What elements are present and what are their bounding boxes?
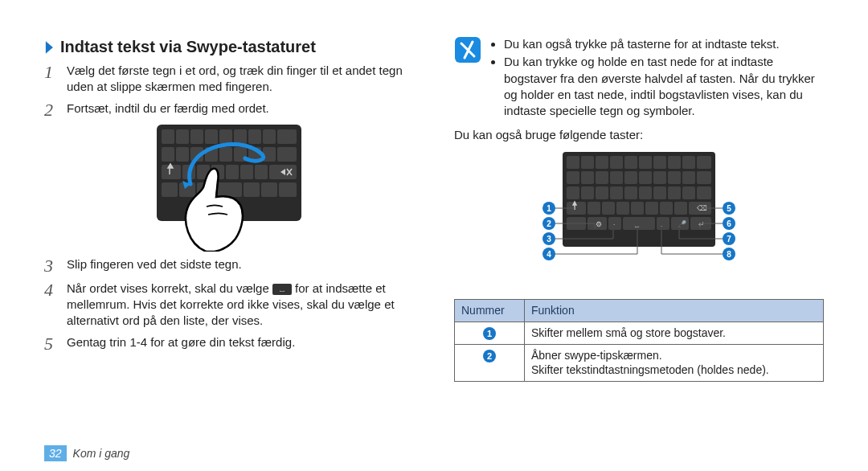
table-row: 1 Skifter mellem små og store bogstaver. bbox=[455, 322, 824, 344]
step-number: 3 bbox=[44, 256, 67, 276]
svg-text:🎤: 🎤 bbox=[678, 219, 687, 229]
svg-rect-9 bbox=[277, 129, 297, 144]
svg-rect-56 bbox=[581, 186, 594, 199]
svg-rect-63 bbox=[682, 186, 695, 199]
step-number: 5 bbox=[44, 334, 67, 354]
svg-text:3: 3 bbox=[547, 235, 551, 244]
svg-text:⎵: ⎵ bbox=[635, 221, 639, 228]
step-text: Fortsæt, indtil du er færdig med ordet. bbox=[67, 100, 414, 117]
svg-rect-40 bbox=[639, 156, 652, 169]
svg-rect-10 bbox=[162, 147, 174, 162]
svg-text:5: 5 bbox=[727, 204, 731, 213]
step-text: Når ordet vises korrekt, skal du vælge ⎵… bbox=[67, 281, 414, 330]
svg-rect-44 bbox=[697, 156, 711, 169]
svg-rect-57 bbox=[596, 186, 608, 199]
svg-rect-52 bbox=[668, 171, 681, 184]
svg-rect-27 bbox=[162, 182, 178, 197]
svg-rect-78 bbox=[657, 217, 669, 230]
svg-rect-18 bbox=[277, 147, 297, 162]
svg-text:.: . bbox=[661, 221, 662, 228]
svg-rect-2 bbox=[176, 129, 189, 144]
step-text: Vælg det første tegn i et ord, og træk d… bbox=[67, 63, 414, 96]
intro-paragraph: Du kan også bruge følgende taster: bbox=[454, 127, 824, 143]
svg-rect-51 bbox=[653, 171, 666, 184]
step-text: Slip fingeren ved det sidste tegn. bbox=[67, 256, 414, 272]
svg-rect-62 bbox=[668, 186, 681, 199]
svg-text:6: 6 bbox=[727, 219, 731, 228]
svg-rect-1 bbox=[162, 129, 174, 144]
note-icon bbox=[454, 36, 481, 68]
svg-rect-41 bbox=[653, 156, 666, 169]
svg-rect-4 bbox=[205, 129, 218, 144]
svg-rect-69 bbox=[631, 202, 644, 215]
svg-rect-48 bbox=[610, 171, 623, 184]
svg-rect-38 bbox=[610, 156, 623, 169]
step-number: 2 bbox=[44, 100, 67, 120]
svg-text:7: 7 bbox=[727, 235, 731, 244]
spacebar-key-icon: ⎵ bbox=[272, 284, 292, 295]
svg-rect-66 bbox=[588, 202, 600, 215]
svg-rect-50 bbox=[639, 171, 652, 184]
svg-rect-68 bbox=[616, 202, 629, 215]
svg-rect-6 bbox=[234, 129, 247, 144]
svg-rect-54 bbox=[697, 171, 711, 184]
svg-rect-49 bbox=[624, 171, 637, 184]
svg-rect-25 bbox=[255, 165, 268, 179]
svg-text:4: 4 bbox=[547, 250, 551, 259]
svg-text:2: 2 bbox=[547, 219, 551, 228]
page-footer: 32 Kom i gang bbox=[0, 445, 129, 461]
svg-rect-43 bbox=[682, 156, 695, 169]
footer-section-name: Kom i gang bbox=[73, 447, 130, 460]
svg-rect-8 bbox=[263, 129, 276, 144]
step-number: 4 bbox=[44, 281, 67, 300]
keyboard-callout-diagram: ⚙ · ⎵ . 🎤 ↵ ⌫ 1 2 3 4 bbox=[518, 152, 760, 289]
svg-rect-46 bbox=[581, 171, 594, 184]
svg-text:·: · bbox=[613, 221, 615, 228]
svg-rect-59 bbox=[624, 186, 637, 199]
svg-rect-37 bbox=[596, 156, 608, 169]
svg-rect-42 bbox=[668, 156, 681, 169]
section-title-text: Indtast tekst via Swype-tastaturet bbox=[60, 36, 316, 58]
svg-rect-35 bbox=[567, 156, 579, 169]
svg-rect-31 bbox=[261, 182, 277, 197]
svg-rect-7 bbox=[248, 129, 261, 144]
table-row: 2 Åbner swype-tipskærmen. Skifter teksti… bbox=[455, 344, 824, 382]
svg-rect-53 bbox=[682, 171, 695, 184]
svg-text:8: 8 bbox=[727, 250, 731, 259]
section-title: Indtast tekst via Swype-tastaturet bbox=[44, 36, 414, 58]
svg-rect-36 bbox=[581, 156, 594, 169]
svg-text:1: 1 bbox=[547, 204, 551, 213]
svg-rect-71 bbox=[660, 202, 673, 215]
chevron-icon bbox=[44, 40, 55, 55]
step-text: Gentag trin 1-4 for at gøre din tekst fæ… bbox=[67, 334, 414, 350]
svg-rect-58 bbox=[610, 186, 623, 199]
svg-rect-11 bbox=[176, 147, 189, 162]
svg-text:⚙: ⚙ bbox=[596, 220, 602, 228]
svg-rect-61 bbox=[653, 186, 666, 199]
svg-rect-39 bbox=[624, 156, 637, 169]
svg-rect-77 bbox=[623, 217, 655, 230]
svg-text:↵: ↵ bbox=[698, 220, 705, 228]
svg-rect-47 bbox=[596, 171, 608, 184]
step-number: 1 bbox=[44, 63, 67, 82]
number-badge-icon: 2 bbox=[483, 350, 496, 362]
svg-rect-64 bbox=[697, 186, 711, 199]
table-cell: Åbner swype-tipskærmen. Skifter tekstind… bbox=[525, 344, 824, 382]
note-body: Du kan også trykke på tasterne for at in… bbox=[489, 36, 824, 121]
svg-rect-3 bbox=[190, 129, 203, 144]
svg-rect-23 bbox=[226, 165, 239, 179]
svg-rect-32 bbox=[279, 182, 297, 197]
svg-rect-30 bbox=[244, 182, 260, 197]
table-header: Nummer bbox=[455, 299, 525, 322]
number-badge-icon: 1 bbox=[483, 327, 496, 340]
table-header: Funktion bbox=[525, 299, 824, 322]
svg-rect-70 bbox=[645, 202, 658, 215]
swype-keyboard-illustration bbox=[149, 125, 309, 252]
svg-rect-24 bbox=[240, 165, 253, 179]
svg-rect-60 bbox=[639, 186, 652, 199]
function-table: Nummer Funktion 1 Skifter mellem små og … bbox=[454, 299, 824, 383]
page-number: 32 bbox=[44, 445, 67, 461]
svg-rect-45 bbox=[567, 171, 579, 184]
svg-rect-67 bbox=[602, 202, 615, 215]
svg-rect-72 bbox=[674, 202, 687, 215]
